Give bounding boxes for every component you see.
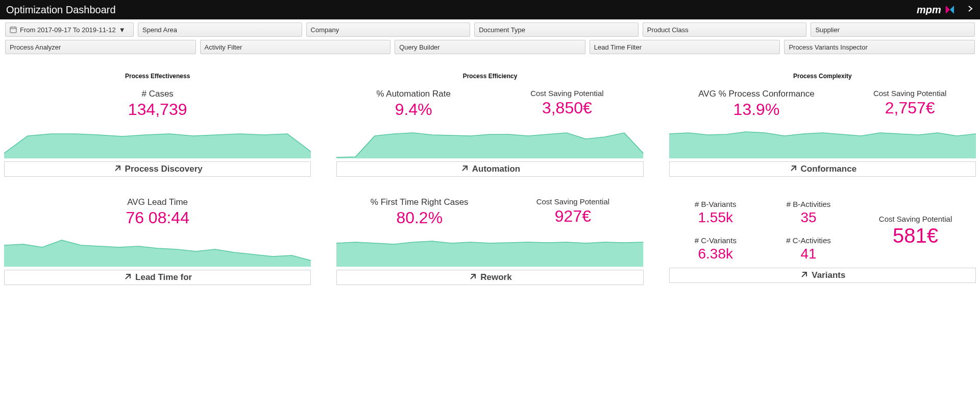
variants-link[interactable]: Variants xyxy=(669,268,976,283)
kpi-value: 76 08:44 xyxy=(126,208,189,227)
panel-process-complexity: Process Complexity AVG % Process Conform… xyxy=(669,73,976,177)
query-builder-tab[interactable]: Query Builder xyxy=(395,40,585,54)
date-range-text: From 2017-09-17 To 2019-11-12 xyxy=(20,26,116,34)
kpi-value: 80.2% xyxy=(396,208,443,227)
company-filter[interactable]: Company xyxy=(306,22,471,37)
conformance-link[interactable]: Conformance xyxy=(669,161,976,177)
kpi-label: % Automation Rate xyxy=(376,89,451,99)
share-icon xyxy=(799,271,807,279)
kpi-label: Cost Saving Potential xyxy=(536,197,609,206)
app-header: Optimization Dashboard mpm xyxy=(0,0,980,19)
kpi-lead-time: AVG Lead Time 76 08:44 xyxy=(126,197,189,227)
share-icon xyxy=(123,273,131,281)
kpi-ftr: % First Time Right Cases 80.2% xyxy=(371,197,469,227)
cases-sparkline xyxy=(4,125,311,158)
panel-lead-time: AVG Lead Time 76 08:44 Lead Time for xyxy=(4,197,311,285)
conformance-sparkline xyxy=(669,125,976,158)
process-analyzer-tab[interactable]: Process Analyzer xyxy=(5,40,196,54)
kpi-value: 134,739 xyxy=(128,100,187,119)
svg-rect-1 xyxy=(10,27,16,33)
kpi-label: # C-Variants xyxy=(695,236,737,245)
share-icon xyxy=(789,165,797,173)
section-title: Process Complexity xyxy=(669,73,976,80)
kpi-label: AVG Lead Time xyxy=(127,197,188,207)
leadtime-sparkline xyxy=(4,233,311,267)
automation-link[interactable]: Automation xyxy=(336,161,643,177)
process-discovery-link[interactable]: Process Discovery xyxy=(4,161,311,177)
kpi-value: 35 xyxy=(800,209,816,226)
activity-filter-tab[interactable]: Activity Filter xyxy=(200,40,391,54)
kpi-label: # Cases xyxy=(141,89,173,99)
rework-sparkline xyxy=(336,233,643,267)
process-variants-inspector-tab[interactable]: Process Variants Inspector xyxy=(784,40,975,54)
kpi-label: Cost Saving Potential xyxy=(530,89,603,98)
kpi-label: Cost Saving Potential xyxy=(873,89,946,98)
kpi-label: # B-Variants xyxy=(695,200,736,208)
kpi-value: 3,850€ xyxy=(542,99,592,118)
lead-time-filter-tab[interactable]: Lead Time Filter xyxy=(590,40,780,54)
panel-rework: % First Time Right Cases 80.2% Cost Savi… xyxy=(336,197,643,285)
kpi-conformance: AVG % Process Conformance 13.9% xyxy=(698,89,814,119)
supplier-filter[interactable]: Supplier xyxy=(811,22,975,37)
panel-variants: # B-Variants 1.55k # C-Variants 6.38k # … xyxy=(669,197,976,285)
product-class-filter[interactable]: Product Class xyxy=(643,22,807,37)
kpi-value: 9.4% xyxy=(395,100,432,119)
dashboard-grid: Process Effectiveness # Cases 134,739 Pr… xyxy=(0,57,980,289)
filter-bar: From 2017-09-17 To 2019-11-12 ▼ Spend Ar… xyxy=(0,19,980,54)
svg-text:mpm: mpm xyxy=(917,5,941,15)
automation-sparkline xyxy=(336,125,643,158)
date-range-filter[interactable]: From 2017-09-17 To 2019-11-12 ▼ xyxy=(5,22,134,37)
expand-icon[interactable] xyxy=(967,5,974,14)
kpi-c-activities: # C-Activities 41 xyxy=(786,236,831,262)
lead-time-link[interactable]: Lead Time for xyxy=(4,270,311,285)
kpi-conformance-csp: Cost Saving Potential 2,757€ xyxy=(873,89,946,118)
kpi-value: 13.9% xyxy=(733,100,780,119)
kpi-automation-csp: Cost Saving Potential 3,850€ xyxy=(530,89,603,118)
panel-process-effectiveness: Process Effectiveness # Cases 134,739 Pr… xyxy=(4,73,311,177)
kpi-label: % First Time Right Cases xyxy=(371,197,469,207)
share-icon xyxy=(468,273,476,281)
kpi-value: 927€ xyxy=(555,207,591,226)
section-title: Process Efficiency xyxy=(336,73,643,80)
share-icon xyxy=(113,165,121,173)
kpi-value: 1.55k xyxy=(698,209,733,226)
caret-down-icon: ▼ xyxy=(119,26,126,34)
kpi-value: 6.38k xyxy=(698,246,733,262)
calendar-icon xyxy=(10,26,17,33)
kpi-b-activities: # B-Activities 35 xyxy=(787,200,831,226)
section-title: Process Effectiveness xyxy=(4,73,311,80)
kpi-value: 2,757€ xyxy=(885,99,935,118)
kpi-variants-csp: Cost Saving Potential 581€ xyxy=(855,215,976,247)
kpi-label: # B-Activities xyxy=(787,200,831,208)
page-title: Optimization Dashboard xyxy=(6,4,917,16)
rework-link[interactable]: Rework xyxy=(336,270,643,285)
kpi-label: Cost Saving Potential xyxy=(879,215,952,223)
share-icon xyxy=(460,165,468,173)
kpi-label: AVG % Process Conformance xyxy=(698,89,814,99)
panel-process-efficiency: Process Efficiency % Automation Rate 9.4… xyxy=(336,73,643,177)
spend-area-filter[interactable]: Spend Area xyxy=(138,22,302,37)
kpi-cases: # Cases 134,739 xyxy=(128,89,187,119)
kpi-label: # C-Activities xyxy=(786,236,831,245)
kpi-automation-rate: % Automation Rate 9.4% xyxy=(376,89,451,119)
kpi-c-variants: # C-Variants 6.38k xyxy=(695,236,737,262)
kpi-value: 41 xyxy=(800,246,816,262)
document-type-filter[interactable]: Document Type xyxy=(474,22,639,37)
kpi-b-variants: # B-Variants 1.55k xyxy=(695,200,736,226)
kpi-value: 581€ xyxy=(893,224,938,247)
kpi-ftr-csp: Cost Saving Potential 927€ xyxy=(536,197,609,226)
brand-logo: mpm xyxy=(917,5,960,15)
